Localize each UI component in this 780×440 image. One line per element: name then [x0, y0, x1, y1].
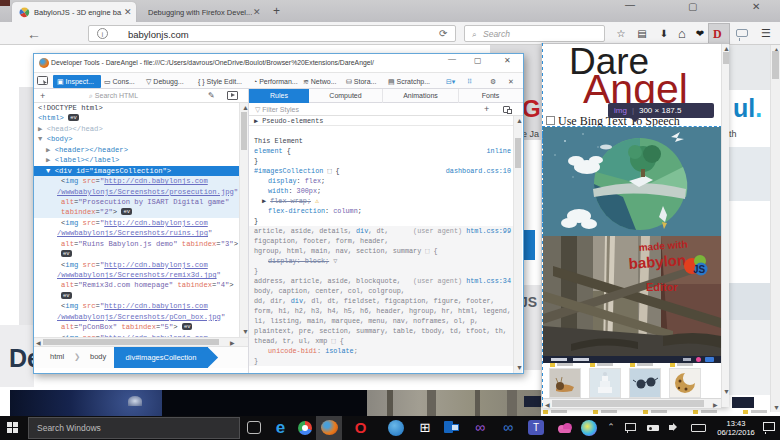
- svg-text:Editor: Editor: [646, 281, 678, 293]
- svg-text:JS: JS: [693, 264, 706, 275]
